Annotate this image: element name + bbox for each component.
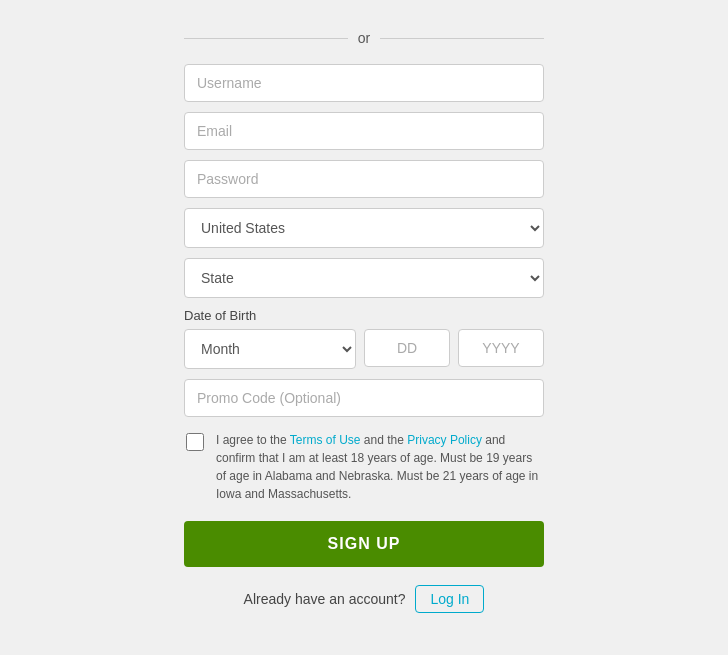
terms-checkbox-wrap xyxy=(186,433,204,455)
login-link[interactable]: Log In xyxy=(415,585,484,613)
promo-input[interactable] xyxy=(184,379,544,417)
text-fields-group xyxy=(184,64,544,198)
dob-section: Date of Birth Month January February Mar… xyxy=(184,308,544,369)
state-select[interactable]: State Alabama Alaska Arizona Arkansas Ca… xyxy=(184,258,544,298)
terms-checkbox[interactable] xyxy=(186,433,204,451)
country-group: United States Canada United Kingdom Aust… xyxy=(184,208,544,248)
country-select[interactable]: United States Canada United Kingdom Aust… xyxy=(184,208,544,248)
divider-line-left xyxy=(184,38,348,39)
promo-group xyxy=(184,379,544,417)
terms-text-between: and the xyxy=(361,433,408,447)
divider-line-right xyxy=(380,38,544,39)
dob-day-input[interactable] xyxy=(364,329,450,367)
state-group: State Alabama Alaska Arizona Arkansas Ca… xyxy=(184,258,544,298)
dob-year-input[interactable] xyxy=(458,329,544,367)
dob-row: Month January February March April May J… xyxy=(184,329,544,369)
or-divider: or xyxy=(184,30,544,46)
dob-month-wrap: Month January February March April May J… xyxy=(184,329,356,369)
dob-year-wrap xyxy=(458,329,544,369)
privacy-policy-link[interactable]: Privacy Policy xyxy=(407,433,482,447)
login-row: Already have an account? Log In xyxy=(184,585,544,613)
login-question-text: Already have an account? xyxy=(244,591,406,607)
signup-form: or United States Canada United Kingdom A… xyxy=(164,20,564,643)
email-input[interactable] xyxy=(184,112,544,150)
terms-text-before: I agree to the xyxy=(216,433,290,447)
terms-text: I agree to the Terms of Use and the Priv… xyxy=(216,431,542,503)
signup-button[interactable]: SIGN UP xyxy=(184,521,544,567)
dob-month-select[interactable]: Month January February March April May J… xyxy=(184,329,356,369)
dob-label: Date of Birth xyxy=(184,308,544,323)
password-input[interactable] xyxy=(184,160,544,198)
terms-row: I agree to the Terms of Use and the Priv… xyxy=(184,431,544,503)
dob-day-wrap xyxy=(364,329,450,369)
username-input[interactable] xyxy=(184,64,544,102)
divider-text: or xyxy=(348,30,380,46)
terms-of-use-link[interactable]: Terms of Use xyxy=(290,433,361,447)
